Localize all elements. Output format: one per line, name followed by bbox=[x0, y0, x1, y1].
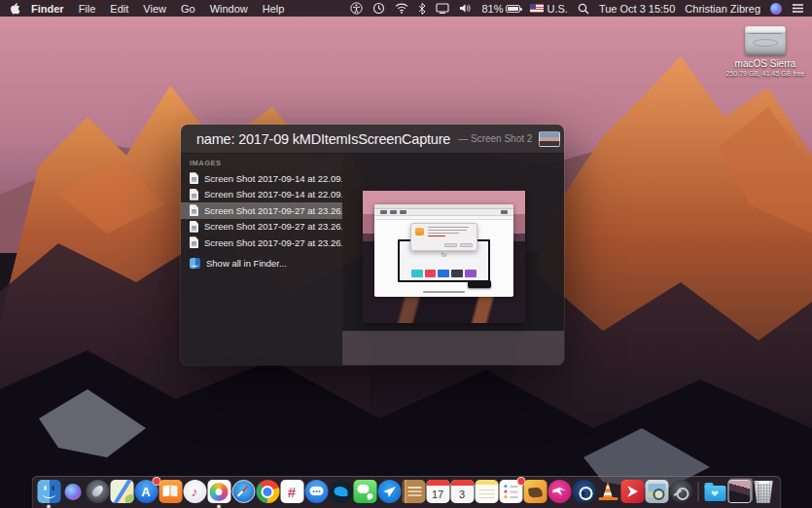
calendar-icon: 3 bbox=[450, 480, 474, 503]
dock-item-trash[interactable] bbox=[752, 480, 775, 503]
notification-badge bbox=[152, 477, 160, 486]
dock-item-calendar-alt[interactable]: 17 bbox=[426, 480, 449, 503]
menu-item-finder[interactable]: Finder bbox=[31, 3, 64, 15]
chrome-glyph bbox=[256, 480, 279, 503]
user-menu[interactable]: Christian Zibreg bbox=[685, 3, 760, 15]
dock-item-downloads-stack[interactable] bbox=[727, 480, 751, 503]
result-label: Screen Shot 2017-09-14 at 22.09.1... bbox=[204, 189, 342, 200]
menu-item-go[interactable]: Go bbox=[181, 3, 195, 15]
menu-items: FinderFileEditViewGoWindowHelp bbox=[31, 3, 284, 15]
hard-drive-icon bbox=[745, 26, 786, 55]
spotlight-body: IMAGES Screen Shot 2017-09-14 at 22.09.1… bbox=[181, 154, 564, 365]
menu-item-help[interactable]: Help bbox=[263, 3, 285, 15]
dock-item-preview[interactable] bbox=[645, 480, 668, 503]
menu-item-view[interactable]: View bbox=[143, 3, 166, 15]
preview-dialog bbox=[410, 223, 477, 252]
result-label: Screen Shot 2017-09-27 at 23.26... bbox=[204, 221, 342, 232]
messages-glyph bbox=[304, 480, 328, 503]
dock-item-reminders[interactable] bbox=[499, 480, 522, 503]
show-all-label: Show all in Finder... bbox=[206, 258, 287, 269]
dock-item-finder[interactable] bbox=[37, 480, 60, 503]
photo-editor-icon bbox=[523, 480, 547, 503]
siri-menu-icon[interactable] bbox=[770, 3, 782, 15]
steam-icon bbox=[669, 480, 692, 503]
spotlight-result-row-2[interactable]: Screen Shot 2017-09-14 at 22.09.1... bbox=[181, 187, 342, 203]
preview-icon bbox=[645, 480, 668, 503]
notification-center-icon[interactable] bbox=[792, 3, 804, 14]
volume-icon[interactable] bbox=[459, 3, 472, 14]
pdf-expert-glyph bbox=[620, 480, 644, 503]
battery-indicator[interactable]: 81% bbox=[481, 3, 520, 15]
preview-dialog-icon bbox=[415, 228, 424, 236]
dock-item-pdf-expert[interactable] bbox=[620, 480, 644, 503]
photos-glyph bbox=[207, 480, 230, 503]
chrome-icon bbox=[256, 480, 279, 503]
image-document-icon bbox=[190, 221, 198, 233]
dock-item-1password[interactable] bbox=[572, 480, 595, 503]
screenshot-preview-image[interactable]: tv bbox=[363, 191, 525, 323]
dock-item-messages[interactable] bbox=[304, 480, 328, 503]
preview-toolbar bbox=[374, 209, 514, 216]
time-machine-icon[interactable] bbox=[372, 2, 385, 15]
maps-glyph bbox=[110, 480, 133, 503]
dock-item-spark[interactable] bbox=[377, 480, 401, 503]
search-autocomplete: — Screen Shot 2 bbox=[458, 133, 532, 144]
dock-item-dropbox-folder[interactable] bbox=[703, 480, 726, 503]
green-messenger-glyph bbox=[353, 480, 376, 503]
downloads-stack-glyph bbox=[728, 481, 750, 502]
launchpad-glyph bbox=[86, 480, 109, 503]
preview-glyph bbox=[645, 480, 668, 503]
vlc-glyph bbox=[596, 480, 619, 503]
spotlight-result-row-3[interactable]: Screen Shot 2017-09-27 at 23.26... bbox=[181, 202, 342, 219]
dock-item-vlc[interactable] bbox=[596, 480, 619, 503]
pink-mail-glyph bbox=[547, 480, 571, 503]
wifi-icon[interactable] bbox=[395, 3, 408, 14]
bluetooth-icon[interactable] bbox=[418, 3, 426, 15]
dock-item-address-book[interactable] bbox=[402, 480, 425, 503]
spotlight-menu-icon[interactable] bbox=[578, 3, 589, 15]
dock-item-calendar[interactable]: 3 bbox=[450, 480, 474, 503]
menu-item-file[interactable]: File bbox=[79, 3, 96, 15]
dock-item-green-messenger[interactable] bbox=[353, 480, 376, 503]
dock-item-chrome[interactable] bbox=[256, 480, 279, 503]
dock-item-slack[interactable] bbox=[280, 480, 303, 503]
menu-bar-clock[interactable]: Tue Oct 3 15:50 bbox=[599, 3, 675, 15]
menu-item-window[interactable]: Window bbox=[210, 3, 248, 15]
desktop-icon-macos-sierra[interactable]: macOS Sierra 250.79 GB, 41.45 GB free bbox=[722, 26, 809, 77]
dock-item-photos[interactable] bbox=[207, 480, 230, 503]
dock-item-pink-mail[interactable] bbox=[547, 480, 571, 503]
dock-item-itunes[interactable] bbox=[183, 480, 206, 503]
dock-item-steam[interactable] bbox=[669, 480, 692, 503]
ibooks-icon bbox=[159, 480, 182, 503]
accessibility-icon[interactable] bbox=[350, 2, 363, 15]
show-all-in-finder-row[interactable]: Show all in Finder... bbox=[181, 256, 342, 272]
spotlight-result-row-1[interactable]: Screen Shot 2017-09-14 at 22.09.1... bbox=[181, 170, 342, 187]
itunes-glyph bbox=[183, 480, 206, 503]
spotlight-result-row-4[interactable]: Screen Shot 2017-09-27 at 23.26... bbox=[181, 219, 342, 236]
dock-item-launchpad[interactable] bbox=[86, 480, 109, 503]
search-input[interactable]: name: 2017-09 kMDItemIsScreenCapture bbox=[196, 131, 450, 147]
dock-item-photo-editor[interactable] bbox=[523, 480, 547, 503]
spark-glyph bbox=[377, 480, 401, 503]
results-section-header: IMAGES bbox=[181, 156, 342, 170]
airplay-display-icon[interactable] bbox=[436, 3, 449, 14]
dock-item-app-store[interactable] bbox=[134, 480, 158, 503]
menu-item-edit[interactable]: Edit bbox=[110, 3, 128, 15]
spotlight-search-bar[interactable]: name: 2017-09 kMDItemIsScreenCapture — S… bbox=[181, 125, 564, 154]
keyboard-layout[interactable]: U.S. bbox=[530, 3, 567, 15]
spotlight-result-row-5[interactable]: Screen Shot 2017-09-27 at 23.26... bbox=[181, 235, 342, 251]
photos-icon bbox=[207, 480, 230, 503]
dock-item-twitter[interactable] bbox=[329, 480, 352, 503]
messages-icon bbox=[304, 480, 328, 503]
apple-icon[interactable] bbox=[8, 2, 21, 15]
vlc-icon bbox=[596, 480, 619, 503]
dock-item-maps[interactable] bbox=[110, 480, 133, 503]
dock-item-siri[interactable] bbox=[61, 480, 85, 503]
dock-item-notes[interactable] bbox=[475, 480, 498, 503]
finder-glyph bbox=[37, 480, 60, 503]
dock-item-safari[interactable] bbox=[231, 480, 255, 503]
dock-item-ibooks[interactable] bbox=[159, 480, 182, 503]
spark-icon bbox=[377, 480, 401, 503]
safari-icon bbox=[231, 480, 255, 503]
keyboard-layout-label: U.S. bbox=[547, 3, 567, 15]
